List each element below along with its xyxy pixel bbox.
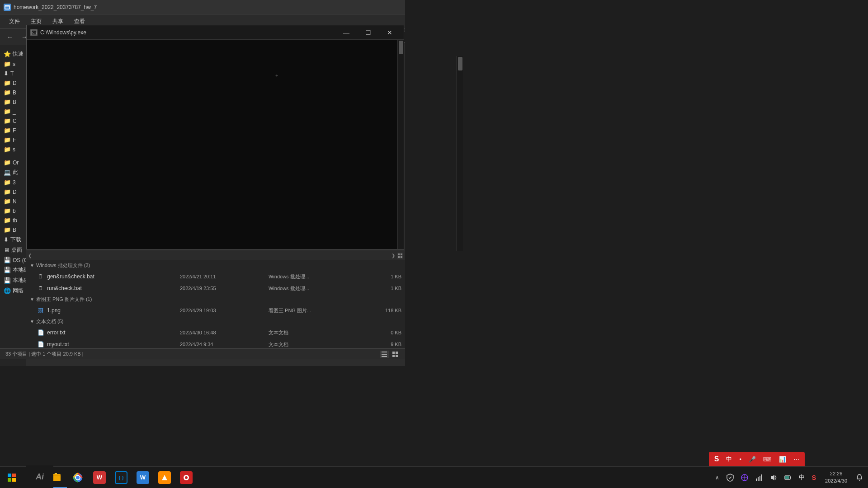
group-label-png: 看图王 PNG 图片文件 (1) — [36, 296, 92, 303]
drive-c-icon: 💾 — [4, 257, 11, 263]
tray-vpn-icon[interactable] — [739, 467, 750, 488]
computer-icon: 💻 — [4, 169, 11, 176]
taskbar-app8[interactable] — [175, 467, 197, 488]
sidebar-item-s2[interactable]: 📁s — [0, 145, 26, 154]
tray-expand-button[interactable]: ∧ — [713, 467, 721, 488]
tray-volume-icon[interactable] — [768, 467, 779, 488]
tray-security-icon[interactable] — [725, 467, 736, 488]
notification-button[interactable] — [854, 467, 864, 488]
sogou-chart[interactable]: 📊 — [777, 455, 788, 464]
sidebar-item-b4[interactable]: 📁B — [0, 225, 26, 235]
folder-icon-b4: 📁 — [4, 226, 11, 233]
tray-sogou-icon[interactable]: S — [810, 467, 818, 488]
file-type-run: Windows 批处理... — [269, 285, 357, 292]
file-row-run[interactable]: 🗒 run&check.bat 2022/4/19 23:55 Windows … — [26, 282, 405, 294]
sidebar-item-drivee[interactable]: 💾本地磁盘 (E:) — [0, 275, 26, 286]
file-type-myout: 文本文档 — [269, 341, 357, 348]
drive-d-icon: 💾 — [4, 267, 11, 273]
sidebar-item-d2[interactable]: 📁D — [0, 187, 26, 197]
file-row-error[interactable]: 📄 error.txt 2022/4/30 16:48 文本文档 0 KB — [26, 327, 405, 338]
grid-view-button[interactable] — [391, 351, 400, 358]
terminal-titlebar: C:\ C:\Windows\py.exe — ☐ ✕ — [27, 25, 404, 40]
sidebar-item-drived[interactable]: 💾本地磁盘 (D:) — [0, 265, 26, 275]
sidebar-item-download[interactable]: ⬇T — [0, 69, 26, 78]
sidebar-item-d[interactable]: 📁D — [0, 78, 26, 88]
sidebar-item-f2[interactable]: 📁F — [0, 135, 26, 145]
terminal-scrollbar[interactable] — [397, 40, 404, 249]
group-header-txt[interactable]: ▼ 文本文档 (5) — [26, 316, 405, 327]
sidebar-item-thispc[interactable]: 💻此 — [0, 167, 26, 178]
group-header-png[interactable]: ▼ 看图王 PNG 图片文件 (1) — [26, 294, 405, 305]
desktop-icon: 🖥 — [4, 247, 9, 253]
group-header-bat[interactable]: ▼ Windows 批处理文件 (2) — [26, 260, 405, 271]
sidebar-item-osc[interactable]: 💾OS (C:) — [0, 255, 26, 265]
sidebar-item-desktop[interactable]: 🖥桌面 — [0, 245, 26, 255]
sogou-mic[interactable]: 🎤 — [747, 455, 758, 464]
sogou-more[interactable]: ⋯ — [792, 455, 801, 464]
svg-rect-11 — [396, 352, 398, 354]
file-row-gen[interactable]: 🗒 gen&run&check.bat 2022/4/21 20:11 Wind… — [26, 271, 405, 282]
svg-rect-26 — [758, 477, 759, 481]
detail-view-button[interactable] — [380, 351, 389, 358]
sidebar-item-s[interactable]: 📁s — [0, 59, 26, 69]
taskbar-clock[interactable]: 22:26 2022/4/30 — [821, 467, 851, 488]
download-icon2: ⬇ — [4, 236, 9, 243]
sidebar-item-c[interactable]: 📁C — [0, 116, 26, 126]
chevron-down-icon: ▼ — [30, 263, 34, 268]
sogou-zh-en[interactable]: 中 — [724, 454, 734, 464]
sidebar-item-n[interactable]: 📁N — [0, 197, 26, 206]
svg-rect-14 — [8, 474, 11, 477]
chrome-icon — [71, 471, 84, 484]
start-button[interactable] — [0, 467, 24, 488]
sidebar-item-network[interactable]: 🌐网络 — [0, 286, 26, 296]
file-row-png[interactable]: 🖼 1.png 2022/4/29 19:03 看图王 PNG 图片... 11… — [26, 305, 405, 316]
file-row-myout[interactable]: 📄 myout.txt 2022/4/24 9:34 文本文档 9 KB — [26, 338, 405, 348]
file-group-png: ▼ 看图王 PNG 图片文件 (1) 🖼 1.png 2022/4/29 19:… — [26, 294, 405, 316]
back-button[interactable]: ← — [4, 31, 16, 43]
sogou-keyboard[interactable]: ⌨ — [761, 455, 774, 464]
terminal-maximize[interactable]: ☐ — [358, 25, 378, 40]
svg-rect-10 — [392, 352, 395, 354]
sidebar-item-underscore[interactable]: 📁_ — [0, 107, 26, 116]
terminal-window-controls: — ☐ ✕ — [336, 25, 400, 40]
sidebar-item-b2[interactable]: 📁B — [0, 97, 26, 107]
terminal-close[interactable]: ✕ — [379, 25, 400, 40]
tray-network-icon[interactable] — [754, 467, 764, 488]
taskbar-app5[interactable]: { } — [110, 467, 132, 488]
tray-power-icon[interactable] — [783, 467, 793, 488]
network-icon: 🌐 — [4, 287, 11, 294]
sidebar-item-3[interactable]: 📁3 — [0, 178, 26, 187]
sidebar-item-tb[interactable]: 📁tb — [0, 216, 26, 225]
statusbar-text: 33 个项目 | 选中 1 个项目 20.9 KB | — [5, 351, 84, 357]
sidebar-item-b1[interactable]: 📁B — [0, 88, 26, 97]
taskbar-chrome[interactable] — [67, 467, 89, 488]
sidebar-item-quickaccess[interactable]: ⭐ 快速 — [0, 49, 26, 59]
sidebar-item-or[interactable]: 📁Or — [0, 158, 26, 167]
sidebar-item-b3[interactable]: 📁b — [0, 206, 26, 216]
file-type-gen: Windows 批处理... — [269, 273, 357, 280]
svg-rect-4 — [401, 253, 402, 255]
sogou-dot: • — [737, 455, 743, 464]
file-size-error: 0 KB — [357, 330, 401, 335]
taskbar-app6[interactable]: W — [132, 467, 154, 488]
tray-ime-icon[interactable]: 中 — [797, 467, 807, 488]
folder-icon-3: 📁 — [4, 179, 11, 186]
sidebar-item-xz[interactable]: ⬇下载 — [0, 235, 26, 245]
ribbon-tab-file[interactable]: 文件 — [4, 15, 25, 28]
terminal-minimize[interactable]: — — [336, 25, 357, 40]
terminal-window: C:\ C:\Windows\py.exe — ☐ ✕ + — [26, 25, 404, 249]
taskbar-app7[interactable] — [154, 467, 175, 488]
folder-icon-f1: 📁 — [4, 127, 11, 134]
app8-icon — [180, 471, 193, 484]
folder-icon-c: 📁 — [4, 117, 11, 124]
sidebar-item-f1[interactable]: 📁F — [0, 126, 26, 135]
file-date-error: 2022/4/30 16:48 — [180, 330, 269, 335]
view-buttons — [380, 351, 400, 358]
view-toggle[interactable] — [397, 253, 403, 259]
svg-rect-0 — [5, 5, 9, 9]
app7-icon — [158, 471, 171, 484]
horizontal-scrollbar[interactable] — [33, 253, 390, 258]
sogou-logo: S — [712, 454, 721, 464]
taskbar-wps[interactable]: W — [89, 467, 110, 488]
svg-rect-9 — [382, 356, 387, 357]
